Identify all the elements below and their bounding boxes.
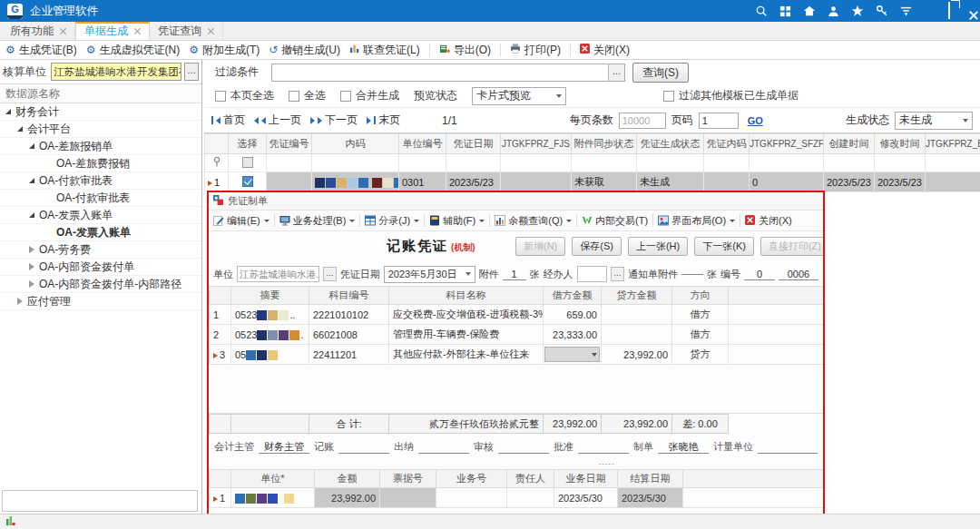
tree-node-travel-claim[interactable]: OA-差旅报销单 [0,138,201,155]
approver-value[interactable] [578,440,629,454]
last-page-button[interactable]: 末页 [367,113,400,128]
cell-settle-date[interactable]: 2023/5/30 [618,488,683,508]
collapsed-arrow-icon[interactable] [29,246,34,253]
expanded-arrow-icon[interactable] [5,109,11,114]
generate-status-select[interactable]: 未生成 [895,112,973,130]
checkbox-icon[interactable] [340,91,351,102]
cell-unit[interactable] [231,488,315,508]
cell-account-name[interactable]: 应交税费-应交增值税-进项税额-3% [389,305,544,325]
collapsed-arrow-icon[interactable] [29,280,34,288]
debit-cell-dropdown[interactable] [544,347,600,362]
voucher-assist-menu[interactable]: 辅助(F) [429,214,485,228]
attachment-count-input[interactable]: 1 [503,269,526,280]
agent-input[interactable] [577,266,608,282]
prev-page-button[interactable]: 上一页 [254,113,301,128]
cell-business-date[interactable]: 2023/5/30 [554,488,618,508]
star-icon[interactable] [851,5,864,17]
cell-amount[interactable]: 23,992.00 [315,488,380,508]
voucher-balance-query-menu[interactable]: 余额查询(Q) [495,214,572,228]
col-voucher-no[interactable]: 凭证编号 [267,134,312,154]
filter-condition-input[interactable]: … [271,64,625,82]
cell-owner[interactable] [507,488,554,508]
number-input-2[interactable]: 0006 [779,269,818,280]
col-fjs[interactable]: JTGKFPRZ_FJS [501,134,572,154]
user-icon[interactable] [828,5,839,17]
col-unit-code[interactable]: 单位编号 [399,134,446,154]
col-generate-status[interactable]: 凭证生成状态 [637,134,704,154]
cell-credit[interactable] [602,305,672,325]
generate-voucher-button[interactable]: ⚙生成凭证(B) [5,43,77,58]
filter-pin-icon[interactable] [213,157,220,169]
entry-row[interactable]: 1 0523.. 2221010102 应交税费-应交增值税-进项税额-3% 6… [210,305,824,325]
tab-document-generate[interactable]: 单据生成 [75,22,150,40]
page-number-input[interactable]: 1 [699,113,739,129]
maker-value[interactable]: 张晓艳 [658,440,709,454]
tree-node-payment-approval-leaf[interactable]: OA-付款审批表 [0,190,201,207]
save-voucher-button[interactable]: 保存(S) [572,237,622,256]
expanded-arrow-icon[interactable] [17,126,23,132]
number-input[interactable]: 0 [744,269,775,280]
next-page-button[interactable]: 下一页 [310,113,358,128]
expanded-arrow-icon[interactable] [29,178,34,183]
auditor-value[interactable] [498,440,549,454]
col-voucher-code[interactable]: 凭证内码 [704,134,750,154]
col-attach-status[interactable]: 附件同步状态 [572,134,637,154]
bookkeeper-value[interactable] [338,440,389,454]
table-row[interactable]: 1 0301 2023/5/23 未获取 未生成 0 2023/5/23 202… [205,172,980,192]
cell-account-name[interactable]: 管理费用-车辆费-保险费 [389,325,544,345]
unit-lookup-button[interactable]: … [323,267,337,281]
next-voucher-button[interactable]: 下一张(K) [694,237,754,256]
tree-node-finance[interactable]: 财务会计 [0,103,201,121]
entry-row-active[interactable]: 3 05 22411201 其他应付款-外部往来-单位往来 23,992.00 … [210,345,824,365]
merge-generate-checkbox[interactable]: 合并生成 [340,88,399,103]
undo-generate-button[interactable]: ↺撤销生成(U) [269,43,340,58]
cell-credit[interactable]: 23,992.00 [602,345,672,365]
export-button[interactable]: 导出(O) [439,43,491,58]
tree-node-invoice-entry[interactable]: OA-发票入账单 [0,207,201,224]
preview-status-select[interactable]: 卡片式预览 [472,87,566,105]
tree-node-accounting-platform[interactable]: 会计平台 [0,121,201,138]
cell-direction[interactable]: 贷方 [672,345,729,365]
notice-count-input[interactable] [681,274,703,275]
voucher-internal-trade-button[interactable]: 内部交易(T) [582,214,648,228]
accounting-unit-input[interactable]: 江苏盐城港响水港开发集团有限公司 [51,63,181,81]
expanded-arrow-icon[interactable] [29,212,34,218]
col-sfzf[interactable]: JTGKFPRZ_SFZF [750,134,824,154]
cell-business-no[interactable] [436,488,507,508]
voucher-layout-menu[interactable]: 界面布局(O) [658,214,735,228]
cell-direction[interactable]: 借方 [672,325,729,345]
checkbox-icon[interactable] [663,91,674,102]
col-internal-code[interactable]: 内码 [312,134,399,154]
link-query-voucher-button[interactable]: 联查凭证(L) [349,43,420,58]
tab-close-icon[interactable] [208,28,214,34]
cell-direction[interactable]: 借方 [672,305,729,325]
print-button[interactable]: 打印(P) [510,43,561,58]
agent-lookup-button[interactable]: … [611,267,624,281]
tree-node-travel-claim-leaf[interactable]: OA-差旅费报销 [0,155,201,172]
accounting-unit-lookup-button[interactable]: … [184,63,199,81]
tree-node-internal-fund-path[interactable]: OA-内部资金拨付单-内部路径 [0,276,201,293]
go-link[interactable]: GO [748,115,763,126]
select-all-checkbox[interactable]: 全选 [289,88,326,103]
search-icon[interactable] [755,5,768,17]
cell-credit[interactable] [602,325,672,345]
cell-account-code[interactable]: 22411201 [309,345,389,365]
cell-debit[interactable]: 659.00 [544,305,602,325]
col-created-time[interactable]: 创建时间 [824,134,875,154]
tree-node-internal-fund[interactable]: OA-内部资金拨付单 [0,259,201,276]
checkbox-icon[interactable] [215,91,226,102]
prev-voucher-button[interactable]: 上一张(H) [628,237,688,256]
cell-summary[interactable]: 0523.. [231,305,309,325]
cashier-value[interactable] [418,440,469,454]
voucher-edit-menu[interactable]: 编辑(E) [213,214,270,228]
measure-unit-value[interactable] [758,440,818,454]
col-modified-time[interactable]: 修改时间 [875,134,926,154]
voucher-entry-menu[interactable]: 分录(J) [365,214,419,228]
cell-account-code[interactable]: 66021008 [309,325,389,345]
cell-account-name[interactable]: 其他应付款-外部往来-单位往来 [389,345,544,365]
col-select[interactable]: 选择 [229,134,267,154]
checkbox-icon[interactable] [289,91,299,102]
tree-node-payable-mgmt[interactable]: 应付管理 [0,293,201,310]
filter-lookup-button[interactable]: … [608,64,624,81]
restore-icon[interactable] [943,3,950,19]
